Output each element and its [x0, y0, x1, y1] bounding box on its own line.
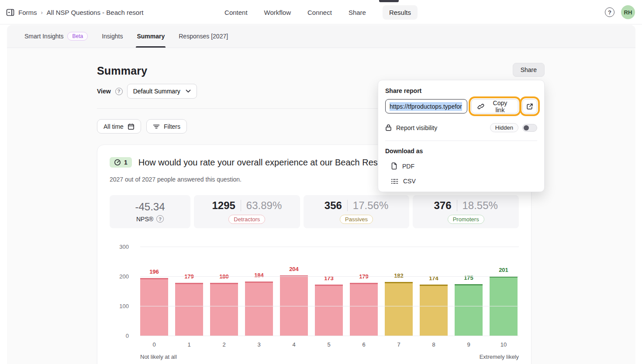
results-tabstrip: Smart Insights Beta Insights Summary Res…	[7, 25, 635, 48]
beta-badge: Beta	[67, 32, 88, 41]
detractors-box: 1295 63.89% Detractors	[194, 195, 300, 228]
download-pdf-item[interactable]: PDF	[385, 162, 537, 170]
view-help-icon[interactable]: ?	[115, 88, 123, 95]
nav-tab-connect[interactable]: Connect	[307, 9, 332, 16]
bar-6[interactable]	[350, 283, 378, 336]
share-url-input[interactable]: https://tfproductops.typefor	[385, 99, 467, 113]
tab-responses[interactable]: Responses [2027]	[172, 25, 235, 48]
tab-summary-label: Summary	[137, 33, 165, 40]
y-tick-label: 300	[110, 244, 129, 250]
open-link-button[interactable]	[522, 99, 537, 113]
bar-value-label: 184	[245, 272, 273, 278]
active-tab-underline	[136, 46, 166, 48]
bar-value-label: 196	[140, 268, 168, 275]
share-url-selected-text: https://tfproductops.typefor	[390, 102, 462, 111]
external-link-icon	[526, 103, 533, 110]
copy-link-button[interactable]: Copy link	[471, 99, 518, 113]
x-tick-label: 3	[245, 341, 273, 348]
bar-1[interactable]	[175, 283, 203, 336]
bar-column-1: 179	[175, 247, 203, 336]
bar-column-6: 179	[350, 247, 378, 336]
tab-responses-label: Responses [2027]	[179, 33, 228, 40]
x-tick-label: 2	[210, 341, 238, 348]
share-button[interactable]: Share	[513, 63, 545, 77]
tab-insights-label: Insights	[102, 33, 123, 40]
y-tick-label: 100	[110, 303, 129, 309]
passives-pct: 17.56%	[353, 199, 388, 212]
filter-icon	[153, 124, 160, 130]
question-title: How would you rate your overall experien…	[138, 158, 393, 168]
lock-icon	[385, 124, 392, 131]
bar-8[interactable]	[420, 285, 448, 336]
bar-7[interactable]	[385, 282, 413, 336]
bar-column-2: 180	[210, 247, 238, 336]
stat-divider	[457, 200, 457, 211]
view-label: View	[97, 88, 111, 95]
page-title: Summary	[97, 65, 545, 77]
time-range-label: All time	[104, 123, 124, 130]
nav-tab-content[interactable]: Content	[224, 9, 248, 16]
nav-tab-share[interactable]: Share	[349, 9, 366, 16]
topbar-right: ? RH	[605, 0, 635, 24]
detractors-count: 1295	[212, 199, 235, 212]
bar-column-0: 196	[140, 247, 168, 336]
view-select[interactable]: Default Summary	[127, 84, 197, 99]
x-tick-label: 10	[490, 341, 518, 348]
visibility-toggle[interactable]	[522, 124, 537, 132]
download-as-label: Download as	[385, 148, 537, 155]
bar-column-9: 175	[455, 247, 483, 336]
help-icon[interactable]: ?	[605, 7, 614, 17]
table-grid-icon	[391, 179, 398, 184]
gauge-icon	[114, 159, 121, 166]
share-popover-title: Share report	[385, 87, 537, 94]
chart-x-axis: 012345678910	[140, 341, 519, 348]
nps-label: NPS®	[136, 216, 153, 223]
x-tick-label: 5	[315, 341, 343, 348]
bar-9[interactable]	[455, 284, 483, 336]
bar-5[interactable]	[315, 285, 343, 336]
report-visibility-row: Report visibility Hidden	[385, 123, 537, 132]
filters-button[interactable]: Filters	[146, 119, 187, 134]
nav-tab-workflow[interactable]: Workflow	[264, 9, 291, 16]
bar-column-5: 173	[315, 247, 343, 336]
tab-smart-insights[interactable]: Smart Insights Beta	[17, 25, 95, 48]
link-icon	[477, 103, 484, 110]
bar-3[interactable]	[245, 282, 273, 336]
chevron-down-icon	[186, 89, 191, 93]
nps-help-icon[interactable]: ?	[156, 215, 164, 223]
promoters-box: 376 18.55% Promoters	[413, 195, 519, 228]
x-tick-label: 8	[420, 341, 448, 348]
x-tick-label: 1	[175, 341, 203, 348]
bar-2[interactable]	[210, 283, 238, 336]
detractors-pill: Detractors	[228, 215, 265, 224]
gridline-100	[140, 306, 519, 306]
filters-label: Filters	[164, 123, 180, 130]
bar-column-7: 182	[385, 247, 413, 336]
download-csv-item[interactable]: CSV	[385, 178, 537, 185]
time-range-button[interactable]: All time	[97, 119, 141, 134]
bar-0[interactable]	[140, 278, 168, 336]
popover-divider	[385, 141, 537, 141]
nps-stats-row: -45.34 NPS® ? 1295 63.89% Detractors	[110, 195, 519, 228]
passives-pill: Passives	[340, 215, 373, 224]
passives-box: 356 17.56% Passives	[304, 195, 410, 228]
chart-plot-area: 196179180184204173179182174175201 010020…	[140, 247, 519, 336]
chart-axis-end-labels: Not likely at all Extremely likely	[140, 354, 519, 360]
x-tick-label: 7	[385, 341, 413, 348]
detractors-pct: 63.89%	[246, 199, 282, 212]
bar-column-10: 201	[490, 247, 518, 336]
download-pdf-label: PDF	[402, 163, 414, 170]
view-select-value: Default Summary	[133, 88, 180, 95]
calendar-icon	[128, 123, 135, 130]
top-bar: Forms › All NSP Questions - Beach resort…	[0, 0, 642, 24]
bar-column-8: 174	[420, 247, 448, 336]
bar-value-label: 175	[455, 275, 483, 281]
x-tick-label: 0	[140, 341, 168, 348]
tab-smart-insights-label: Smart Insights	[24, 33, 63, 40]
tab-summary[interactable]: Summary	[130, 25, 172, 48]
tab-insights[interactable]: Insights	[95, 25, 130, 48]
avatar[interactable]: RH	[621, 5, 635, 19]
nav-tab-results[interactable]: Results	[383, 5, 418, 20]
share-link-row: https://tfproductops.typefor Copy link	[385, 99, 537, 113]
results-panel: Smart Insights Beta Insights Summary Res…	[7, 25, 635, 364]
